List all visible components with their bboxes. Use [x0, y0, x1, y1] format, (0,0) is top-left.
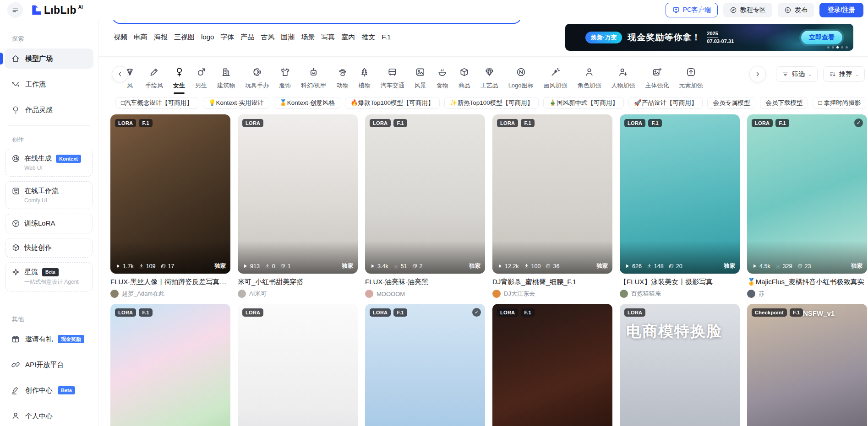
- category-scroll-right-button[interactable]: [749, 66, 766, 82]
- sidebar-create-item[interactable]: 在线工作流 Comfy UI: [5, 181, 93, 209]
- quick-tab[interactable]: 场景: [301, 33, 315, 42]
- model-title[interactable]: 🥇MajicFlus_麦橘抖音小红书极致真实: [747, 278, 867, 286]
- model-title[interactable]: 【FLUX】泳装美女丨摄影写真: [620, 278, 740, 286]
- banner-cta-button[interactable]: 立即查看: [801, 31, 842, 44]
- category-item[interactable]: 汽车交通: [381, 67, 404, 94]
- category-item[interactable]: 商品: [459, 67, 470, 94]
- model-image[interactable]: LORA ✓ SILVER: [238, 304, 358, 426]
- category-item[interactable]: 建筑物: [217, 67, 235, 94]
- filter-tag[interactable]: 🏅Kontext·创意风格: [274, 97, 340, 109]
- model-title[interactable]: FLUX-油亮袜-油亮黑: [365, 278, 485, 286]
- model-card[interactable]: LORA F.1 ✓ 12.2k 100: [492, 114, 612, 298]
- model-author[interactable]: AI米可: [238, 290, 358, 298]
- quick-tab[interactable]: 电商: [134, 33, 147, 42]
- filter-tag[interactable]: 🔥爆款Top100模型【可商用】: [345, 97, 440, 109]
- sidebar-item[interactable]: API开放平台: [5, 355, 93, 375]
- category-item[interactable]: 主体强化: [645, 67, 669, 94]
- model-card[interactable]: LORA F.1 ✓ 4.5k 329: [747, 114, 867, 298]
- sidebar-item[interactable]: 模型广场: [5, 49, 93, 69]
- quick-tab[interactable]: 视频: [114, 33, 127, 42]
- model-card[interactable]: LORA F.1 ✓: [492, 304, 612, 426]
- filter-tag[interactable]: ✨新热Top100模型【可商用】: [444, 97, 539, 109]
- category-item[interactable]: Logo图标: [508, 67, 534, 94]
- quick-tab[interactable]: 海报: [154, 33, 168, 42]
- model-card[interactable]: LORA F.1 ✓: [365, 304, 485, 426]
- model-image[interactable]: LORA F.1 ✓: [365, 304, 485, 426]
- filter-tag[interactable]: 🎍国风新中式【可商用】: [543, 97, 624, 109]
- model-image[interactable]: LORA ✓ 电商模特换脸: [620, 304, 740, 426]
- filter-button[interactable]: 筛选 ⌄: [776, 66, 818, 82]
- quick-tab[interactable]: 国潮: [281, 33, 295, 42]
- model-image[interactable]: LORA F.1 ✓ 1.7k 109: [110, 114, 230, 274]
- brand-logo[interactable]: LıbLıb AI: [30, 4, 83, 16]
- category-item[interactable]: 元素加强: [679, 67, 703, 94]
- category-item[interactable]: 植物: [359, 67, 371, 94]
- category-item[interactable]: 人物加强: [611, 67, 635, 94]
- category-item[interactable]: 工艺品: [480, 67, 498, 94]
- filter-tag[interactable]: 🚀产品设计【可商用】: [628, 97, 703, 109]
- sidebar-item[interactable]: 工作流: [5, 74, 93, 94]
- model-card[interactable]: LORA ✓ 电商模特换脸: [620, 304, 740, 426]
- quick-tab[interactable]: 古风: [261, 33, 274, 42]
- model-title[interactable]: 米可_小红书甜美穿搭: [238, 278, 358, 286]
- category-item[interactable]: 手绘风: [145, 67, 163, 94]
- model-card[interactable]: LORA ✓ SILVER: [238, 304, 358, 426]
- model-author[interactable]: 超梦_Adam在此: [110, 290, 230, 298]
- model-card[interactable]: LORA ✓ 913 0: [238, 114, 358, 298]
- model-image[interactable]: LORA ✓ 913 0: [238, 114, 358, 274]
- model-author[interactable]: 苏: [747, 290, 867, 298]
- sidebar-item[interactable]: 个人中心: [5, 406, 93, 426]
- filter-tag[interactable]: 💡Kontext·实用设计: [203, 97, 269, 109]
- model-image[interactable]: LORA F.1 ✓: [110, 304, 230, 426]
- quick-tab[interactable]: 字体: [220, 33, 234, 42]
- quick-tab[interactable]: 写真: [321, 33, 335, 42]
- model-image[interactable]: LORA F.1 ✓ 12.2k 100: [492, 114, 612, 274]
- category-item[interactable]: 科幻/机甲: [301, 67, 327, 94]
- category-item[interactable]: 角色加强: [578, 67, 601, 94]
- category-item[interactable]: 动物: [337, 67, 349, 94]
- model-image[interactable]: Checkpoint F.1 ✓ NSFW_v1: [747, 304, 867, 426]
- sidebar-item[interactable]: 作品灵感: [5, 100, 93, 120]
- model-card[interactable]: LORA F.1 ✓ 3.4k 51: [365, 114, 485, 298]
- quick-tab[interactable]: 产品: [240, 33, 254, 42]
- model-card[interactable]: Checkpoint F.1 ✓ NSFW_v1: [747, 304, 867, 426]
- model-title[interactable]: DJ背影杀_蜜桃臀_细腰_F.1: [492, 278, 612, 286]
- model-title[interactable]: FLUX-黑丝人像丨街拍蹲姿反差写真丨私...: [110, 278, 230, 286]
- quick-tab[interactable]: F.1: [382, 33, 391, 42]
- filter-tag[interactable]: □汽车概念设计【可商用】: [115, 97, 198, 109]
- model-card[interactable]: LORA F.1 ✓: [110, 304, 230, 426]
- sidebar-create-item[interactable]: 快捷创作: [5, 238, 93, 258]
- model-author[interactable]: MOOOOM: [365, 290, 485, 298]
- category-item[interactable]: 玩具手办: [245, 67, 269, 94]
- model-image[interactable]: LORA F.1 ✓ 626 148: [620, 114, 740, 274]
- search-input[interactable]: [112, 20, 521, 24]
- model-image[interactable]: LORA F.1 ✓: [492, 304, 612, 426]
- sidebar-item[interactable]: 邀请有礼 现金奖励: [5, 329, 93, 349]
- category-item[interactable]: 食物: [437, 67, 448, 94]
- hamburger-menu-button[interactable]: [7, 2, 23, 18]
- quick-tab[interactable]: logo: [201, 33, 214, 42]
- sidebar-create-item[interactable]: 星流 Beta 一站式创意设计 Agent: [5, 262, 93, 291]
- category-item[interactable]: 风景: [415, 67, 426, 94]
- category-item[interactable]: 女生: [173, 67, 185, 94]
- model-card[interactable]: LORA F.1 ✓ 1.7k 109: [110, 114, 230, 298]
- model-author[interactable]: 百炼猫猫庵: [620, 290, 740, 298]
- tutorial-button[interactable]: 教程专区: [723, 3, 772, 17]
- model-card[interactable]: LORA F.1 ✓ 626 148: [620, 114, 740, 298]
- sidebar-create-item[interactable]: 在线生成 Kontext Web UI: [5, 149, 93, 177]
- quick-tab[interactable]: 三视图: [174, 33, 195, 42]
- filter-tag[interactable]: □ 拿捏时尚摄影: [813, 97, 866, 109]
- quick-tab[interactable]: 推文: [361, 33, 375, 42]
- publish-button[interactable]: 发布: [778, 3, 814, 17]
- model-author[interactable]: DJ大江东去: [492, 290, 612, 298]
- category-item[interactable]: 男生: [195, 67, 207, 94]
- model-image[interactable]: LORA F.1 ✓ 4.5k 329: [747, 114, 867, 274]
- carousel-dots[interactable]: [827, 46, 848, 49]
- promo-banner[interactable]: 焕新·万变 现金奖励等你拿！ 2025 07.03-07.31 立即查看: [565, 24, 853, 51]
- category-scroll-left-button[interactable]: [112, 66, 128, 82]
- pc-client-button[interactable]: PC客户端: [666, 3, 718, 17]
- login-register-button[interactable]: 登录/注册: [819, 3, 863, 17]
- sidebar-create-item[interactable]: 训练LoRA: [5, 214, 93, 233]
- sidebar-item[interactable]: 创作中心 Beta: [5, 380, 93, 400]
- sort-button[interactable]: 推荐 ⌄: [823, 66, 865, 82]
